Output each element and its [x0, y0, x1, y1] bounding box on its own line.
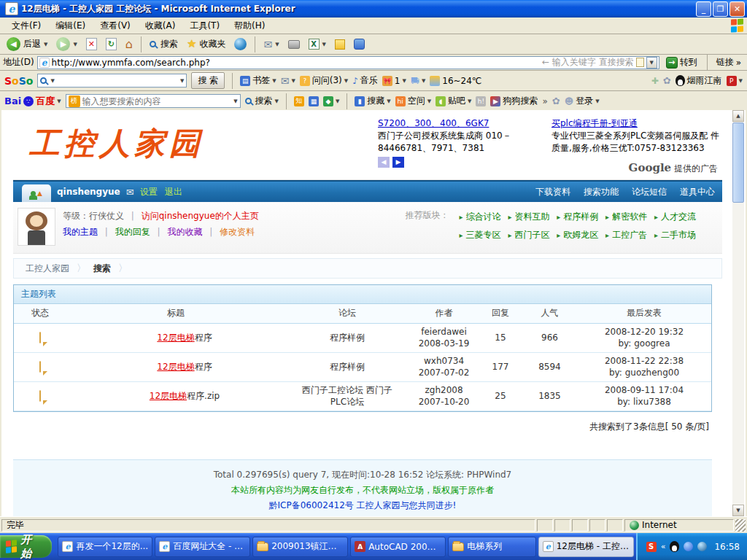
topic-title-link[interactable]: 12层电梯	[150, 391, 187, 401]
soso-wenwen-dropdown-icon[interactable]: ▼	[344, 78, 348, 84]
soso-search-input[interactable]	[57, 76, 178, 86]
tray-collapse-icon[interactable]: «	[661, 542, 666, 551]
menu-help[interactable]: 帮助(H)	[227, 18, 272, 34]
soso-cart-button[interactable]: ⛟ ▼	[411, 76, 425, 86]
edit-button[interactable]: X ▼	[305, 37, 330, 51]
soso-engine-dropdown-icon[interactable]: ▼	[50, 78, 54, 84]
soso-settings-gear-icon[interactable]: ✿	[663, 76, 671, 85]
baidu-input-dropdown-icon[interactable]: ▼	[233, 98, 237, 104]
back-dropdown-icon[interactable]: ▼	[44, 42, 47, 47]
forum-link-ziliao[interactable]: 资料互助	[508, 211, 549, 222]
scrollbar-thumb[interactable]	[732, 122, 744, 203]
forum-link-jiemi[interactable]: 解密软件	[605, 211, 647, 222]
baidu-soucang-button[interactable]: ▮ 搜藏 ▼	[355, 95, 390, 107]
stop-button[interactable]: ✕	[82, 36, 101, 52]
tray-qq-icon[interactable]	[670, 541, 679, 552]
minimize-button[interactable]: _	[696, 1, 711, 17]
baidu-tieba-button[interactable]: ◖ 贴吧 ▼	[436, 95, 471, 107]
taskbar-task-ie2[interactable]: e 百度网址大全 - Mi...	[155, 537, 250, 557]
forum-link-ershou[interactable]: 二手市场	[654, 230, 696, 240]
user-avatar[interactable]	[18, 208, 55, 246]
scroll-down-icon[interactable]: ▼	[732, 505, 744, 516]
taskbar-task-folder1[interactable]: 2009013镇江索普	[252, 537, 348, 557]
taskbar-task-autocad[interactable]: A AutoCAD 2007 - [C:...	[350, 537, 446, 557]
baidu-tieba-dropdown-icon[interactable]: ▼	[468, 98, 471, 104]
ad-next-icon[interactable]: ▶	[392, 157, 404, 168]
mail-button[interactable]: ✉ ▼	[260, 38, 282, 51]
topic-title-link[interactable]: 12层电梯	[157, 332, 194, 343]
baidu-zhidao-icon[interactable]: 知	[294, 96, 304, 106]
soso-mail-button[interactable]: ✉ ▼	[281, 76, 295, 86]
breadcrumb-home-link[interactable]: 工控人家园	[26, 262, 69, 275]
taskbar-task-folder2[interactable]: 电梯系列	[448, 537, 536, 557]
baidu-logo[interactable]: Bai ∵ 百度 ▼	[4, 95, 61, 108]
topic-author[interactable]: wxh0734	[409, 355, 479, 367]
back-button[interactable]: ◀ 后退 ▼	[3, 36, 51, 52]
menu-edit[interactable]: 编辑(E)	[48, 18, 93, 34]
soso-bookmarks-button[interactable]: ▤ 书签 ▼	[240, 74, 276, 87]
start-button[interactable]: 开始	[0, 535, 52, 558]
baidu-space-button[interactable]: hi 空间 ▼	[395, 95, 431, 107]
close-button[interactable]: ✕	[729, 1, 745, 17]
baidu-logo-dropdown-icon[interactable]: ▼	[57, 98, 61, 104]
refresh-button[interactable]: ↻	[102, 36, 120, 52]
topic-lastby[interactable]: by: guozheng00	[577, 367, 711, 378]
tray-app-icon[interactable]	[684, 542, 693, 551]
my-replies-link[interactable]: 我的回复	[115, 227, 150, 237]
user-tab[interactable]: ▲	[22, 184, 51, 202]
topic-author[interactable]: feierdawei	[409, 326, 479, 338]
forum-link-oumulong[interactable]: 欧姆龙区	[557, 230, 598, 240]
forward-button[interactable]: ▶ ▼	[53, 36, 80, 52]
vertical-scrollbar[interactable]: ▲ ▼	[732, 110, 744, 516]
baidu-space-dropdown-icon[interactable]: ▼	[427, 98, 431, 104]
baidu-video-icon[interactable]: ▦	[309, 96, 319, 106]
baidu-login-dropdown-icon[interactable]: ▼	[595, 98, 599, 104]
links-button[interactable]: 链接 »	[713, 56, 744, 69]
site-logo[interactable]: 工控人家园	[29, 123, 204, 164]
baidu-login-button[interactable]: ☻ 登录 ▼	[565, 95, 600, 107]
baidu-overflow-chevron-icon[interactable]: »	[542, 96, 547, 106]
soso-search-button[interactable]: 搜 索	[191, 72, 225, 89]
baidu-games-dropdown-icon[interactable]: ▼	[336, 98, 339, 104]
soso-music-button[interactable]: ♪ 音乐	[352, 74, 378, 87]
soso-mail-dropdown-icon[interactable]: ▼	[291, 78, 295, 84]
logout-link[interactable]: 退出	[165, 186, 182, 198]
edit-dropdown-icon[interactable]: ▼	[322, 42, 326, 47]
topic-author[interactable]: zgh2008	[409, 384, 479, 396]
forum-link-chengxu[interactable]: 程序样例	[557, 211, 598, 222]
ad-prev-icon[interactable]: ◀	[378, 157, 390, 168]
baidu-search-dropdown-icon[interactable]: ▼	[275, 98, 279, 104]
taskbar-task-ie1[interactable]: e 再发一个12层的...	[58, 537, 152, 557]
print-button[interactable]	[285, 39, 303, 50]
ad-right-title-link[interactable]: 买plc编程手册-到亚通	[551, 118, 638, 128]
resize-grip[interactable]	[735, 519, 746, 532]
topic-forum[interactable]: 西门子工控论坛 西门子 PLC论坛	[285, 381, 409, 411]
menu-view[interactable]: 查看(V)	[93, 18, 138, 34]
go-button[interactable]: → 转到	[662, 55, 701, 69]
baidu-hao-icon[interactable]: h!	[476, 96, 486, 106]
address-input[interactable]	[52, 58, 540, 68]
baidu-bang-icon[interactable]: 榜	[69, 96, 80, 107]
address-dropdown-button[interactable]: ▼	[646, 57, 657, 69]
notes-button[interactable]	[331, 38, 349, 51]
topic-title-link[interactable]: 12层电梯	[157, 362, 194, 372]
soso-cart-dropdown-icon[interactable]: ▼	[422, 78, 425, 84]
nav-search-link[interactable]: 搜索功能	[584, 186, 619, 198]
baidu-games-button[interactable]: ◆ ▼	[323, 96, 339, 106]
forum-link-sanling[interactable]: 三菱专区	[460, 230, 501, 240]
settings-link[interactable]: 设置	[140, 186, 158, 198]
baidu-gougou-button[interactable]: ▶ 狗狗搜索	[490, 95, 538, 107]
my-topics-link[interactable]: 我的主题	[63, 227, 98, 237]
forward-dropdown-icon[interactable]: ▼	[73, 42, 77, 47]
topic-lastby[interactable]: by: lixu7388	[577, 396, 711, 408]
menu-favorites[interactable]: 收藏(A)	[138, 18, 183, 34]
history-button[interactable]	[231, 36, 250, 52]
topic-lastby[interactable]: by: googrea	[577, 338, 711, 349]
soso-add-icon[interactable]: ✚	[651, 76, 659, 86]
topic-list-title[interactable]: 主题列表	[21, 288, 56, 300]
forum-link-rencai[interactable]: 人才交流	[654, 211, 696, 222]
soso-history-dropdown-icon[interactable]: ▼	[180, 78, 184, 84]
nav-message-link[interactable]: 论坛短信	[632, 186, 667, 198]
user-homepage-link[interactable]: 访问qinshengyue的个人主页	[142, 211, 259, 221]
baidu-search-button[interactable]: 搜索 ▼	[245, 95, 279, 107]
